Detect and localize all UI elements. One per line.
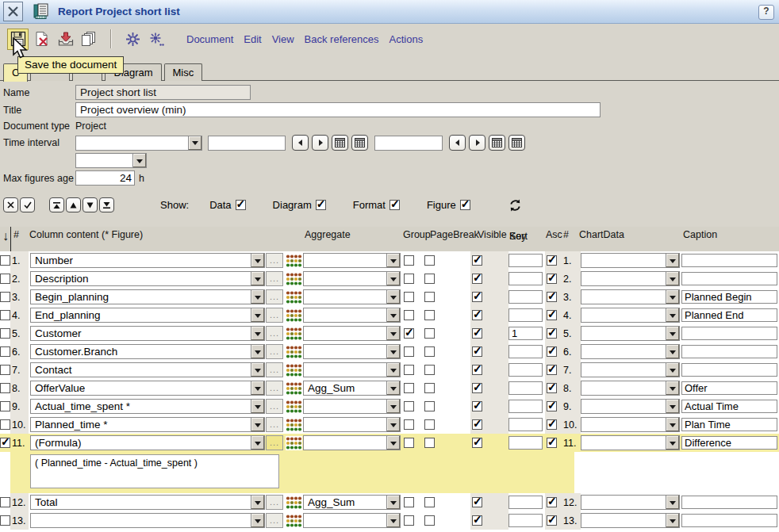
group-checkbox[interactable] bbox=[404, 419, 414, 430]
asc-checkbox[interactable] bbox=[547, 383, 557, 393]
row-select-checkbox[interactable] bbox=[0, 328, 10, 339]
interval-from-prev-button[interactable] bbox=[292, 135, 309, 151]
format-palette-icon[interactable] bbox=[286, 496, 302, 510]
dropdown-arrow-icon[interactable] bbox=[251, 363, 264, 377]
show-format-checkbox[interactable] bbox=[390, 200, 400, 210]
visible-checkbox[interactable] bbox=[472, 255, 482, 266]
chartdata-dropdown[interactable] bbox=[581, 344, 680, 359]
format-palette-icon[interactable] bbox=[286, 254, 302, 268]
move-top-button[interactable] bbox=[49, 197, 64, 212]
dropdown-arrow-icon[interactable] bbox=[251, 308, 264, 322]
column-content-dropdown[interactable]: Contact bbox=[30, 362, 265, 377]
aggregate-dropdown[interactable] bbox=[303, 289, 401, 304]
group-checkbox[interactable] bbox=[404, 401, 414, 411]
caption-input[interactable] bbox=[681, 327, 777, 340]
dropdown-arrow-icon[interactable] bbox=[386, 436, 400, 450]
asc-checkbox[interactable] bbox=[547, 438, 557, 448]
dropdown-arrow-icon[interactable] bbox=[666, 308, 679, 322]
dropdown-arrow-icon[interactable] bbox=[188, 136, 201, 150]
row-select-checkbox[interactable] bbox=[0, 383, 10, 393]
chartdata-dropdown[interactable] bbox=[581, 399, 680, 414]
pagebreak-checkbox[interactable] bbox=[424, 438, 435, 448]
asc-checkbox[interactable] bbox=[547, 401, 557, 411]
ellipsis-button[interactable]: ... bbox=[266, 308, 283, 323]
format-palette-icon[interactable] bbox=[286, 381, 302, 396]
chartdata-dropdown[interactable] bbox=[581, 417, 680, 432]
dropdown-arrow-icon[interactable] bbox=[251, 345, 264, 358]
caption-input[interactable] bbox=[681, 254, 777, 267]
caption-input[interactable] bbox=[681, 363, 777, 377]
column-content-dropdown[interactable]: End_planning bbox=[30, 308, 265, 323]
chartdata-dropdown[interactable] bbox=[581, 308, 680, 323]
caption-input[interactable] bbox=[681, 496, 777, 509]
asc-checkbox[interactable] bbox=[547, 310, 557, 320]
caption-input[interactable] bbox=[681, 381, 777, 395]
dropdown-arrow-icon[interactable] bbox=[386, 327, 400, 340]
dropdown-arrow-icon[interactable] bbox=[666, 381, 679, 395]
menu-view[interactable]: View bbox=[272, 33, 294, 45]
visible-checkbox[interactable] bbox=[472, 497, 482, 507]
dropdown-arrow-icon[interactable] bbox=[666, 345, 679, 358]
ellipsis-button[interactable]: ... bbox=[266, 513, 283, 528]
close-button[interactable] bbox=[3, 2, 23, 21]
format-palette-icon[interactable] bbox=[286, 308, 302, 323]
select-none-button[interactable] bbox=[3, 197, 18, 212]
column-content-dropdown[interactable]: Actual_time_spent * bbox=[30, 399, 265, 414]
visible-checkbox[interactable] bbox=[472, 365, 482, 375]
caption-input[interactable] bbox=[681, 345, 777, 358]
sortkey-input[interactable] bbox=[508, 381, 543, 395]
refresh-button[interactable] bbox=[508, 199, 522, 212]
interval-to-calendar2-button[interactable] bbox=[508, 135, 525, 151]
name-field[interactable]: Project short list bbox=[75, 85, 251, 100]
sortkey-input[interactable] bbox=[508, 327, 543, 340]
caption-input[interactable] bbox=[681, 514, 777, 527]
ellipsis-button[interactable]: ... bbox=[266, 495, 283, 510]
asc-checkbox[interactable] bbox=[547, 292, 557, 302]
sortkey-input[interactable] bbox=[508, 308, 543, 322]
ellipsis-button[interactable]: ... bbox=[266, 253, 283, 268]
interval-to-next-button[interactable] bbox=[469, 135, 485, 151]
dropdown-arrow-icon[interactable] bbox=[666, 254, 679, 267]
dropdown-arrow-icon[interactable] bbox=[251, 272, 264, 285]
copy-button[interactable] bbox=[79, 29, 100, 50]
chartdata-dropdown[interactable] bbox=[581, 326, 680, 341]
dropdown-arrow-icon[interactable] bbox=[666, 514, 679, 527]
sortkey-input[interactable] bbox=[508, 436, 543, 450]
aggregate-dropdown[interactable] bbox=[303, 326, 401, 341]
column-content-dropdown[interactable]: Begin_planning bbox=[30, 289, 265, 304]
visible-checkbox[interactable] bbox=[472, 310, 482, 320]
dropdown-arrow-icon[interactable] bbox=[386, 514, 400, 527]
sortkey-input[interactable] bbox=[508, 254, 543, 267]
asc-checkbox[interactable] bbox=[547, 419, 557, 430]
group-checkbox[interactable] bbox=[404, 346, 414, 357]
aggregate-dropdown[interactable] bbox=[303, 344, 401, 359]
ellipsis-button[interactable]: ... bbox=[266, 381, 283, 396]
pagebreak-checkbox[interactable] bbox=[424, 497, 435, 507]
format-palette-icon[interactable] bbox=[286, 436, 302, 450]
format-palette-icon[interactable] bbox=[286, 400, 302, 414]
asc-checkbox[interactable] bbox=[547, 497, 557, 507]
sortkey-input[interactable] bbox=[508, 290, 543, 304]
chartdata-dropdown[interactable] bbox=[581, 495, 680, 510]
visible-checkbox[interactable] bbox=[472, 292, 482, 302]
dropdown-arrow-icon[interactable] bbox=[132, 154, 146, 167]
column-content-dropdown[interactable]: OfferValue bbox=[30, 381, 265, 396]
row-select-checkbox[interactable] bbox=[0, 515, 10, 526]
format-palette-icon[interactable] bbox=[286, 363, 302, 377]
delete-document-button[interactable] bbox=[31, 29, 52, 50]
group-checkbox[interactable] bbox=[404, 497, 414, 507]
asc-checkbox[interactable] bbox=[547, 515, 557, 526]
sortkey-input[interactable] bbox=[508, 363, 543, 377]
caption-input[interactable] bbox=[681, 290, 777, 304]
tab-misc[interactable]: Misc bbox=[164, 63, 203, 81]
title-field[interactable]: Project overview (min) bbox=[75, 102, 601, 117]
ellipsis-button[interactable]: ... bbox=[266, 362, 283, 377]
group-checkbox[interactable] bbox=[404, 328, 414, 339]
group-checkbox[interactable] bbox=[404, 310, 414, 320]
dropdown-arrow-icon[interactable] bbox=[251, 381, 264, 395]
visible-checkbox[interactable] bbox=[472, 274, 482, 284]
expand-branch-button[interactable] bbox=[122, 29, 144, 50]
aggregate-dropdown[interactable]: Agg_Sum bbox=[303, 495, 401, 510]
caption-input[interactable] bbox=[681, 436, 777, 450]
pagebreak-checkbox[interactable] bbox=[424, 346, 435, 357]
